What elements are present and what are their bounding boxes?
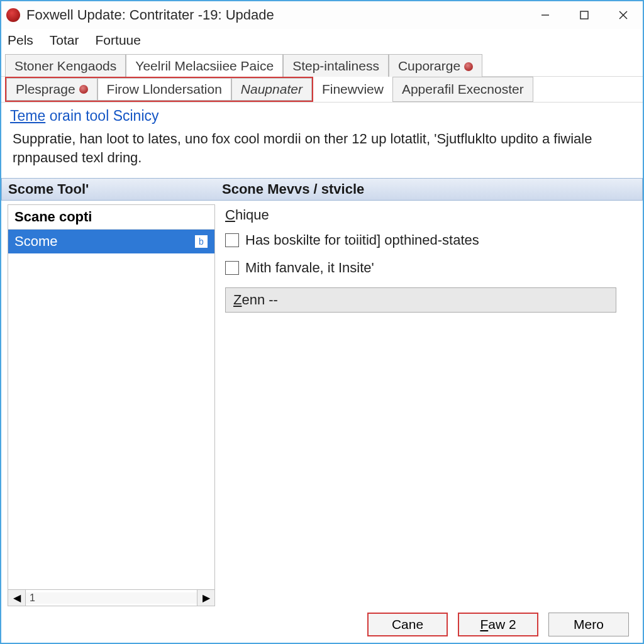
scroll-left-button[interactable]: ◀: [8, 590, 26, 606]
section-heading-link[interactable]: Teme orain tool Scinicy: [10, 108, 159, 124]
checkbox-1[interactable]: [225, 233, 239, 247]
close-icon: [618, 10, 628, 20]
checkbox-1-label: Has boskilte for toiitid] opthined-state…: [245, 232, 479, 248]
mero-button[interactable]: Mero: [548, 613, 629, 636]
app-icon: [6, 8, 20, 22]
maximize-icon: [579, 10, 589, 20]
menu-totar[interactable]: Totar: [50, 33, 79, 48]
status-dot-icon: [464, 62, 473, 71]
section-description: Suppratie, han loot to lates, uno fox co…: [1, 126, 643, 178]
checkbox-row-2[interactable]: Mith fanvale, it Insite': [225, 260, 633, 276]
zenn-rest: enn --: [242, 292, 277, 308]
left-pane: Scane copti Scome b ◀ 1 ▶: [8, 204, 215, 606]
tab-naupnater[interactable]: Naupnater: [231, 78, 312, 101]
scroll-page-indicator: 1: [30, 592, 35, 604]
highlight-box: Plesprage Firow Llondersation Naupnater: [5, 77, 313, 102]
left-pane-empty: [8, 253, 214, 589]
right-pane: Chique Has boskilte for toiitid] opthine…: [221, 204, 636, 606]
column-header-left: Scome Tool': [2, 179, 216, 200]
list-item-badge: b: [194, 235, 208, 248]
panes-container: Scane copti Scome b ◀ 1 ▶ Chique Has bos…: [1, 201, 643, 606]
tab-label: Stoner Kengaods: [14, 58, 116, 73]
faw2-button[interactable]: Faw 2: [458, 613, 538, 636]
tab-step-intaliness[interactable]: Step-intaliness: [283, 54, 389, 77]
zenn-accel: Z: [233, 292, 242, 308]
tab-label: Yeelril Melacsiiee Paice: [135, 58, 274, 73]
heading-rest: orain tool Scinicy: [45, 108, 158, 124]
tab-label: Cuporarge: [398, 58, 460, 73]
maximize-button[interactable]: [565, 1, 604, 29]
button-label: Cane: [392, 617, 423, 632]
tab-finewview[interactable]: Finewview: [313, 77, 392, 102]
scroll-right-button[interactable]: ▶: [197, 590, 214, 606]
footer-buttons: Cane Faw 2 Mero: [1, 606, 643, 643]
button-accel: F: [480, 617, 488, 632]
section-heading: Teme orain tool Scinicy: [1, 103, 643, 126]
tab-cuporarge[interactable]: Cuporarge: [389, 54, 482, 77]
menubar: Pels Totar Fortuue: [1, 29, 643, 52]
checkbox-2-label: Mith fanvale, it Insite': [245, 260, 374, 276]
tab-plesprage[interactable]: Plesprage: [6, 78, 97, 101]
tab-label: Firow Llondersation: [107, 82, 222, 97]
tab-label: Naupnater: [241, 82, 303, 97]
minimize-button[interactable]: [526, 1, 565, 29]
tab-label: Apperafil Execnoster: [402, 82, 524, 97]
menu-pels[interactable]: Pels: [8, 33, 33, 48]
content-area: Teme orain tool Scinicy Suppratie, han l…: [1, 102, 643, 643]
menu-fortuue[interactable]: Fortuue: [96, 33, 141, 48]
tab-apperafil-execnoster[interactable]: Apperafil Execnoster: [392, 77, 533, 102]
list-item-selected[interactable]: Scome b: [8, 230, 214, 253]
titlebar: Foxwell Update: Contritater -19: Updade: [1, 1, 643, 29]
close-button[interactable]: [604, 1, 643, 29]
left-pane-header: Scane copti: [8, 205, 214, 230]
status-dot-icon: [79, 85, 88, 94]
tab-stoner-kengaods[interactable]: Stoner Kengaods: [5, 54, 126, 77]
right-pane-heading: Chique: [225, 207, 633, 223]
tab-yeelril-melacsiiee[interactable]: Yeelril Melacsiiee Paice: [126, 54, 283, 77]
tab-firow-llondersation[interactable]: Firow Llondersation: [97, 78, 231, 101]
tab-label: Step-intaliness: [292, 58, 379, 73]
window-controls: [526, 1, 643, 29]
tab-row-1: Stoner Kengaods Yeelril Melacsiiee Paice…: [1, 52, 643, 77]
tab-row-2: Plesprage Firow Llondersation Naupnater …: [1, 77, 643, 102]
svg-rect-1: [580, 11, 588, 19]
window-title: Foxwell Update: Contritater -19: Updade: [26, 7, 526, 23]
heading-accel: C: [225, 207, 235, 223]
column-header-right: Scone Mevvs / stvicle: [216, 179, 642, 200]
columns-header: Scome Tool' Scone Mevvs / stvicle: [1, 178, 643, 201]
checkbox-row-1[interactable]: Has boskilte for toiitid] opthined-state…: [225, 232, 633, 248]
heading-rest: hique: [235, 207, 269, 223]
checkbox-2[interactable]: [225, 261, 239, 275]
minimize-icon: [540, 10, 550, 20]
tab-label: Plesprage: [16, 82, 75, 97]
tab-label: Finewview: [322, 82, 384, 97]
button-label: Mero: [574, 617, 604, 632]
list-item-label: Scome: [14, 233, 57, 250]
button-label-rest: aw 2: [488, 617, 516, 632]
scroll-track[interactable]: 1: [26, 592, 197, 604]
heading-underlined: Teme: [10, 108, 45, 124]
app-window: Foxwell Update: Contritater -19: Updade …: [0, 0, 644, 644]
zenn-field[interactable]: Zenn --: [225, 287, 616, 313]
cane-button[interactable]: Cane: [367, 613, 448, 636]
horizontal-scrollbar[interactable]: ◀ 1 ▶: [8, 589, 214, 606]
